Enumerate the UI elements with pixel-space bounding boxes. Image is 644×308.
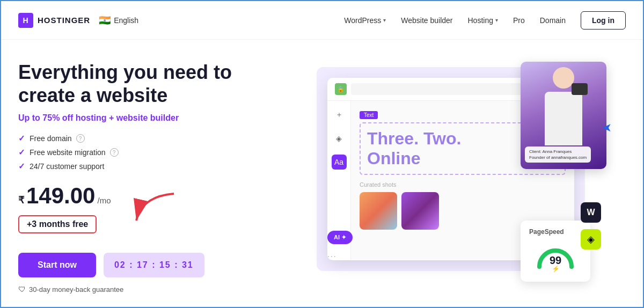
photo-thumb-1 xyxy=(360,192,397,230)
info-icon[interactable]: ? xyxy=(110,148,119,157)
currency-symbol: ₹ xyxy=(18,194,24,206)
hero-left: Everything you need to create a website … xyxy=(18,55,276,294)
chevron-down-icon: ▾ xyxy=(495,17,498,23)
nav-item-wordpress[interactable]: WordPress ▾ xyxy=(344,16,386,25)
text-tool[interactable]: Aa xyxy=(332,155,347,170)
feature-item: ✓ 24/7 customer support xyxy=(18,162,276,171)
logo-icon: H xyxy=(18,13,33,28)
countdown-timer: 02 : 17 : 15 : 31 xyxy=(104,253,204,277)
check-icon: ✓ xyxy=(18,162,25,171)
shield-icon: 🛡 xyxy=(18,285,26,294)
cursor-arrow-icon: ➤ xyxy=(602,121,612,135)
pagespeed-gauge: 99 ⚡ xyxy=(534,240,577,272)
header-left: H HOSTINGER 🇮🇳 English xyxy=(18,13,138,28)
feature-item: ✓ Free domain ? xyxy=(18,134,276,143)
ai-button[interactable]: AI ✦ xyxy=(327,231,353,244)
ai-label: AI ✦ xyxy=(334,234,346,241)
text-element-label: Text xyxy=(360,111,378,119)
nav-item-pro[interactable]: Pro xyxy=(513,16,525,25)
nav-item-domain[interactable]: Domain xyxy=(540,16,566,25)
check-icon: ✓ xyxy=(18,148,25,157)
price-value: 149.00 xyxy=(26,183,95,209)
hero-title: Everything you need to create a website xyxy=(18,61,276,107)
thumb-purple xyxy=(401,192,439,230)
badge-row: +3 months free xyxy=(18,215,276,243)
header: H HOSTINGER 🇮🇳 English WordPress ▾ Websi… xyxy=(1,1,643,40)
discount-text: 75% xyxy=(42,113,60,122)
more-button[interactable]: ··· xyxy=(327,252,337,260)
hero-subtitle: Up to 75% off hosting + website builder xyxy=(18,113,276,123)
speed-number-text: 99 xyxy=(550,254,561,266)
features-list: ✓ Free domain ? ✓ Free website migration… xyxy=(18,134,276,171)
main-content: Everything you need to create a website … xyxy=(1,40,643,308)
login-button[interactable]: Log in xyxy=(581,11,626,30)
client-name: Client: Anna Franques xyxy=(529,149,587,155)
check-icon: ✓ xyxy=(18,134,25,143)
person-head xyxy=(553,67,574,89)
subtitle-prefix: Up to xyxy=(18,113,42,122)
pagespeed-card: PageSpeed 99 ⚡ xyxy=(521,221,590,282)
hero-right: 🔒 .COM ＋ ◈ Aa Text xyxy=(276,40,626,308)
red-arrow-icon xyxy=(131,191,179,229)
client-title: Founder of annafranques.com xyxy=(529,155,587,160)
info-icon[interactable]: ? xyxy=(76,134,85,143)
language-label: English xyxy=(114,16,138,25)
per-month-label: /mo xyxy=(97,196,111,205)
logo-text: HOSTINGER xyxy=(38,16,90,25)
camera-icon xyxy=(572,83,588,95)
feature-label: Free domain xyxy=(30,134,72,143)
lock-icon: 🔒 xyxy=(335,83,347,95)
cta-row: Start now 02 : 17 : 15 : 31 xyxy=(18,253,276,277)
photo-card: Client: Anna Franques Founder of annafra… xyxy=(521,62,606,169)
logo[interactable]: H HOSTINGER xyxy=(18,13,90,28)
thumb-orange xyxy=(360,192,397,230)
pagespeed-label: PageSpeed xyxy=(529,228,582,236)
guarantee-text: 30-day money-back guarantee xyxy=(29,285,123,294)
feature-label: Free website migration xyxy=(30,148,106,157)
curated-label: Curated shots xyxy=(360,181,566,188)
feature-label: 24/7 customer support xyxy=(30,162,104,171)
plugin-icon: ◈ xyxy=(581,229,601,250)
guarantee-row: 🛡 30-day money-back guarantee xyxy=(18,285,276,294)
language-selector[interactable]: 🇮🇳 English xyxy=(99,14,138,26)
nav-item-hosting[interactable]: Hosting ▾ xyxy=(467,16,497,25)
subtitle-suffix: off hosting + website builder xyxy=(60,113,179,122)
client-caption: Client: Anna Franques Founder of annafra… xyxy=(525,146,591,163)
months-free-badge: +3 months free xyxy=(18,215,97,233)
nav-item-website-builder[interactable]: Website builder xyxy=(401,16,452,25)
photo-thumb-2 xyxy=(401,192,439,230)
person-figure xyxy=(542,67,585,153)
svg-text:⚡: ⚡ xyxy=(552,265,560,272)
flag-icon: 🇮🇳 xyxy=(99,14,111,26)
person-body xyxy=(545,92,582,145)
start-now-button[interactable]: Start now xyxy=(18,253,96,277)
chevron-down-icon: ▾ xyxy=(383,17,386,23)
main-nav: WordPress ▾ Website builder Hosting ▾ Pr… xyxy=(344,11,626,30)
add-tool[interactable]: ＋ xyxy=(332,107,347,122)
layers-tool[interactable]: ◈ xyxy=(332,131,347,146)
wordpress-icon: W xyxy=(581,202,601,223)
feature-item: ✓ Free website migration ? xyxy=(18,148,276,157)
builder-preview: 🔒 .COM ＋ ◈ Aa Text xyxy=(295,56,606,292)
